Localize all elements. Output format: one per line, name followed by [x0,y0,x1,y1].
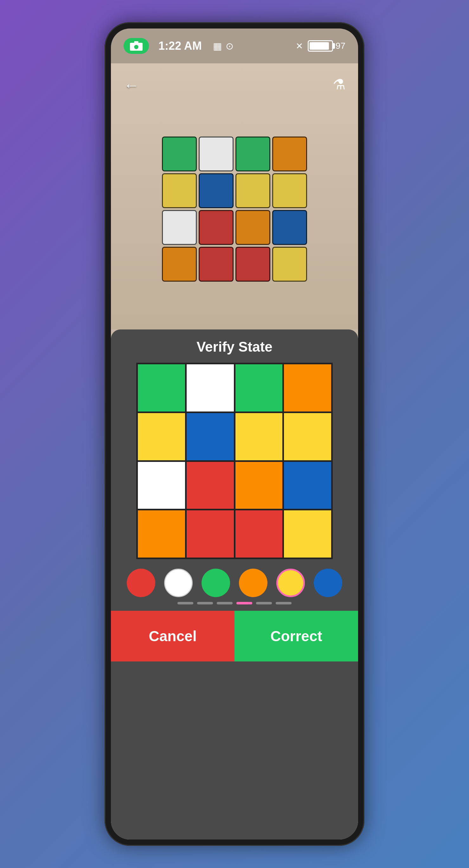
color-option-red[interactable] [127,569,155,597]
verify-panel: Verify State Cancel Correct [111,330,358,839]
back-button[interactable]: ← [124,76,140,94]
photo-area: ← ⚗ [111,63,358,330]
settings-icon: ⊙ [226,40,234,52]
status-right: ✕ 97 [296,40,345,52]
svg-rect-2 [134,41,138,43]
photo-cell [199,247,234,282]
color-option-orange[interactable] [239,569,267,597]
photo-cell [162,247,197,282]
status-bar: 1:22 AM ▦ ⊙ ✕ 97 [111,29,358,63]
verify-cell[interactable] [284,413,331,460]
rubik-photo-grid [162,136,307,282]
status-time: 1:22 AM [158,39,202,53]
indicator-dot [217,602,233,604]
phone-device: 1:22 AM ▦ ⊙ ✕ 97 [105,22,364,846]
photo-cell [162,136,197,172]
battery-indicator: 97 [308,40,345,52]
camera-pill [124,38,149,54]
camera-icon [130,41,143,51]
verify-cell[interactable] [187,462,234,509]
indicator-dot [236,602,252,604]
battery-text: 97 [335,41,345,51]
color-option-green[interactable] [202,569,230,597]
photo-cell [162,173,197,208]
filter-button[interactable]: ⚗ [333,76,345,93]
photo-cell [272,136,307,172]
photo-cell [162,210,197,245]
verify-cell[interactable] [187,413,234,460]
color-option-yellow[interactable] [276,569,305,597]
verify-cell[interactable] [138,364,185,411]
photo-cell [199,136,234,172]
indicator-dot [177,602,193,604]
indicator-dot [256,602,272,604]
verify-cell[interactable] [138,413,185,460]
photo-cell [199,210,234,245]
photo-cell [272,210,307,245]
verify-cell[interactable] [284,510,331,558]
verify-cell[interactable] [187,510,234,558]
color-option-blue[interactable] [314,569,342,597]
verify-cell[interactable] [235,364,283,411]
color-option-white[interactable] [164,569,193,597]
verify-title: Verify State [124,339,345,355]
status-left: 1:22 AM ▦ ⊙ [124,38,234,54]
photo-cell [235,136,270,172]
verify-cell[interactable] [138,510,185,558]
verify-cell[interactable] [187,364,234,411]
indicator-dot [276,602,292,604]
verify-color-grid[interactable] [136,363,333,559]
indicator-dot [197,602,213,604]
action-buttons: Cancel Correct [111,611,358,661]
photo-cell [272,247,307,282]
color-picker-row [124,569,345,597]
calendar-icon: ▦ [213,40,222,52]
indicator-row [124,602,345,604]
verify-cell[interactable] [235,413,283,460]
verify-cell[interactable] [235,510,283,558]
x-icon: ✕ [296,41,303,51]
phone-screen: 1:22 AM ▦ ⊙ ✕ 97 [111,29,358,839]
photo-cell [235,173,270,208]
photo-cell [235,247,270,282]
verify-cell[interactable] [138,462,185,509]
correct-button[interactable]: Correct [235,611,358,661]
photo-cell [272,173,307,208]
verify-cell[interactable] [284,462,331,509]
photo-cell [235,210,270,245]
verify-cell[interactable] [284,364,331,411]
status-icons: ▦ ⊙ [213,40,234,52]
svg-point-1 [134,45,138,49]
photo-cell [199,173,234,208]
verify-cell[interactable] [235,462,283,509]
cancel-button[interactable]: Cancel [111,611,235,661]
